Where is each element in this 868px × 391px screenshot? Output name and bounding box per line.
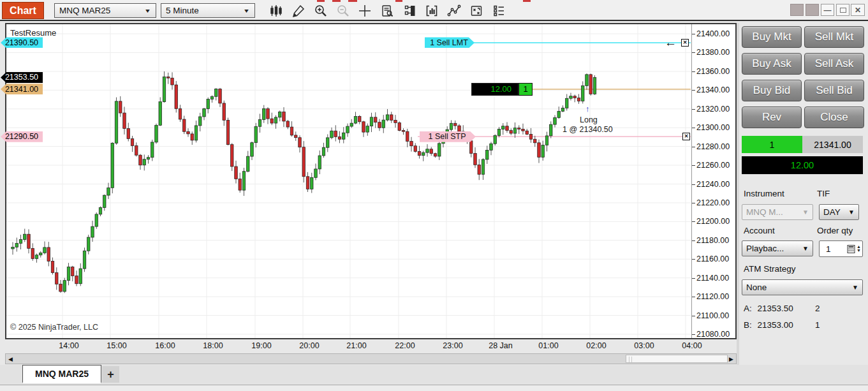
chevron-down-icon: ▼	[802, 209, 809, 216]
y-tick-mark	[692, 128, 695, 128]
chart-horizontal-scrollbar[interactable]: ◀ ▶	[5, 353, 737, 364]
buy-mkt-button[interactable]: Buy Mkt	[742, 26, 802, 48]
order-qty-value: 1	[826, 244, 831, 254]
reverse-button[interactable]: Rev	[742, 107, 802, 128]
y-axis-tick-label: 21120.00	[696, 292, 729, 301]
position-qty-label[interactable]: 1	[519, 83, 533, 96]
y-axis-tick-label: 21280.00	[696, 142, 730, 151]
sell-ask-button[interactable]: Sell Ask	[804, 53, 864, 75]
window-behind-strip	[0, 385, 868, 391]
instrument-dropdown-value: MNQ MAR25	[59, 6, 110, 15]
y-tick-mark	[692, 184, 695, 185]
instrument-label: Instrument	[744, 189, 784, 198]
sell-bid-button[interactable]: Sell Bid	[804, 80, 864, 101]
x-axis-tick-label: 22:00	[387, 341, 423, 350]
y-axis-tick-label: 21180.00	[696, 236, 729, 245]
maximize-icon[interactable]	[836, 4, 850, 16]
y-axis-tick-label: 21080.00	[696, 330, 730, 339]
long-entry-arrow-icon: ↑	[585, 104, 590, 114]
scroll-right-icon[interactable]: ▶	[727, 355, 735, 363]
y-axis-tick-label: 21240.00	[696, 180, 730, 189]
x-axis-tick-label: 02:00	[578, 341, 614, 350]
strategies-icon[interactable]	[468, 3, 485, 18]
sell-stop-price-tag[interactable]: 21290.50	[1, 131, 43, 142]
window-behind-artifact	[395, 0, 402, 2]
ask-size: 2	[815, 304, 820, 313]
add-tab-button[interactable]: +	[102, 366, 119, 383]
x-axis-tick-label: 14:00	[51, 341, 87, 350]
order-qty-input[interactable]: 1 ▲▼	[819, 240, 863, 257]
bid-price: 21353.00	[758, 320, 793, 330]
cancel-sell-limit-icon[interactable]: ✕	[681, 39, 689, 47]
zoom-in-icon[interactable]	[313, 3, 329, 18]
chevron-down-icon: ▼	[243, 8, 250, 14]
data-box-icon[interactable]	[379, 3, 395, 18]
buy-ask-button[interactable]: Buy Ask	[742, 53, 802, 75]
qty-decrement-icon[interactable]: ▼	[857, 249, 861, 253]
account-label: Account	[744, 226, 775, 235]
y-axis-tick-label: 21100.00	[696, 311, 729, 320]
entry-fill-annotation: 1 @ 21340.50	[563, 125, 613, 134]
bar-type-icon[interactable]	[268, 3, 284, 18]
x-axis-tick-label: 04:00	[674, 341, 710, 350]
position-entry-price-cell: 21341.00	[802, 136, 863, 153]
atm-strategy-label: ATM Strategy	[744, 264, 796, 274]
panel-splitter[interactable]	[737, 23, 739, 365]
instrument-dropdown[interactable]: MNQ MAR25 ▼	[54, 3, 156, 18]
minimize-icon[interactable]: —	[821, 4, 834, 16]
interval-dropdown[interactable]: 5 Minute ▼	[161, 3, 255, 18]
position-pnl-label[interactable]: 12.00	[471, 83, 519, 96]
scroll-left-icon[interactable]: ◀	[6, 355, 15, 363]
window-extra-button[interactable]	[805, 4, 819, 16]
sell-mkt-button[interactable]: Sell Mkt	[804, 26, 864, 48]
candlestick-plot[interactable]	[6, 24, 691, 338]
y-axis-tick-label: 21220.00	[696, 198, 730, 207]
cancel-sell-stop-icon[interactable]: ✕	[682, 133, 690, 140]
y-tick-mark	[692, 297, 695, 297]
y-axis-tick-label: 21360.00	[696, 67, 730, 76]
window-behind-artifact	[332, 0, 341, 2]
properties-icon[interactable]	[490, 3, 507, 18]
bid-prefix: B:	[744, 320, 752, 330]
x-axis-tick-label: 20:00	[291, 341, 327, 350]
account-dropdown[interactable]: Playbac... ▼	[742, 240, 813, 256]
calculator-icon[interactable]	[847, 245, 855, 253]
close-icon[interactable]: ✕	[851, 4, 865, 16]
time-axis[interactable]: 14:0015:0016:0018:0019:0020:0021:0022:00…	[5, 339, 737, 353]
scrollbar-thumb[interactable]	[626, 355, 728, 363]
price-axis[interactable]: 21400.0021380.0021360.0021340.0021320.00…	[692, 24, 735, 338]
window-extra-button[interactable]	[790, 4, 804, 16]
y-axis-tick-label: 21200.00	[696, 217, 730, 226]
buy-bid-button[interactable]: Buy Bid	[742, 80, 802, 101]
sell-stop-order-label[interactable]: 1 Sell STP	[420, 131, 476, 142]
atm-strategy-dropdown[interactable]: None ▼	[742, 279, 863, 295]
crosshair-icon[interactable]	[357, 3, 373, 18]
window-behind-artifact	[317, 0, 325, 2]
y-axis-tick-label: 21140.00	[696, 274, 729, 283]
x-axis-tick-label: 16:00	[147, 341, 183, 350]
sell-limit-price-tag[interactable]: 21390.50	[1, 37, 43, 48]
indicators-icon[interactable]	[402, 3, 418, 18]
tif-dropdown[interactable]: DAY ▼	[819, 204, 859, 220]
y-tick-mark	[692, 259, 695, 260]
window-behind-artifact	[348, 0, 357, 2]
panel-instrument-dropdown: MNQ M... ▼	[742, 204, 813, 220]
trend-line-icon[interactable]	[446, 3, 462, 18]
drawing-tools-icon[interactable]	[290, 3, 307, 18]
window-titlebar: Chart MNQ MAR25 ▼ 5 Minute ▼ —	[0, 0, 868, 21]
chevron-down-icon: ▼	[802, 245, 809, 252]
chart-trader-icon[interactable]	[423, 3, 440, 18]
tab-mnq-mar25[interactable]: MNQ MAR25	[22, 365, 101, 383]
account-value: Playbac...	[746, 244, 784, 253]
y-tick-mark	[692, 71, 695, 72]
y-tick-mark	[692, 34, 695, 34]
sell-limit-order-label[interactable]: 1 Sell LMT	[425, 37, 474, 48]
x-axis-tick-label: 18:00	[195, 341, 231, 350]
y-tick-mark	[692, 316, 695, 316]
zoom-out-icon	[335, 3, 351, 18]
close-position-button[interactable]: Close	[804, 107, 864, 128]
y-tick-mark	[692, 278, 695, 279]
chart-tab-bar: MNQ MAR25 +	[0, 365, 868, 385]
last-price-tag: 21353.50	[1, 72, 43, 83]
x-axis-tick-label: 01:00	[531, 341, 566, 350]
